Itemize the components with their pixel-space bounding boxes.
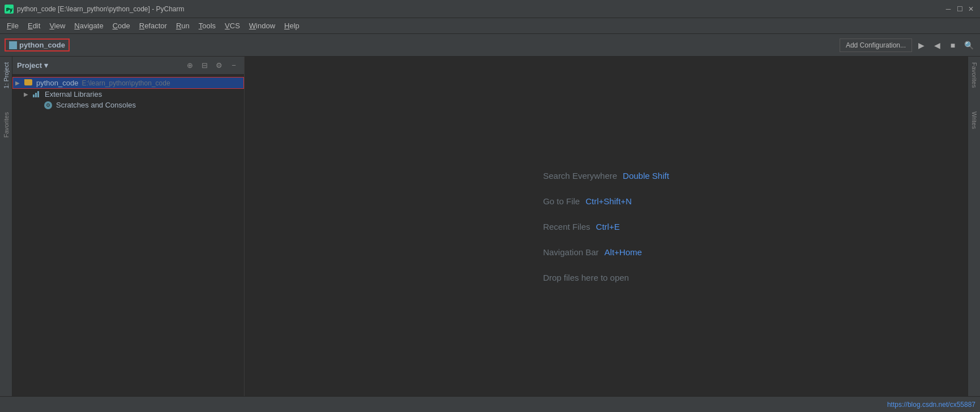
collapse-all-button[interactable]: ⊟ (199, 60, 210, 71)
sidebar-item-project[interactable]: 1: Project (2, 59, 11, 92)
hint-navigation-bar: Navigation Bar Alt+Home (543, 247, 642, 257)
hint-search-everywhere-shortcut: Double Shift (623, 171, 669, 181)
hint-recent-files-shortcut: Ctrl+E (596, 222, 620, 231)
tree-arrow-python-code: ▶ (15, 80, 24, 86)
run-button[interactable]: ▶ (914, 38, 928, 52)
project-panel-header: Project ▾ ⊕ ⊟ ⚙ − (12, 57, 244, 75)
menu-help[interactable]: Help (280, 19, 304, 32)
tree-arrow-ext-lib: ▶ (24, 91, 33, 97)
project-label-box[interactable]: python_code (5, 38, 70, 52)
title-bar: Py python_code [E:\learn_python\python_c… (0, 0, 980, 18)
bottom-bar: https://blog.csdn.net/cx55887 (0, 396, 980, 412)
hide-panel-button[interactable]: − (228, 60, 239, 71)
add-configuration-button[interactable]: Add Configuration... (840, 38, 912, 52)
tree-item-python-code[interactable]: ▶ python_code E:\learn_python\python_cod… (12, 77, 244, 89)
tree-item-scratches[interactable]: ▶ Scratches and Consoles (12, 100, 244, 110)
pycharm-icon: Py (5, 5, 14, 14)
hint-goto-file: Go to File Ctrl+Shift+N (543, 196, 632, 206)
hint-recent-files: Recent Files Ctrl+E (543, 222, 619, 231)
tree-label-python-code: python_code (36, 79, 78, 87)
editor-area[interactable]: Search Everywhere Double Shift Go to Fil… (245, 57, 968, 396)
menu-bar: File Edit View Navigate Code Refactor Ru… (0, 18, 980, 34)
svg-text:Py: Py (6, 7, 12, 12)
project-panel: Project ▾ ⊕ ⊟ ⚙ − ▶ python_code E:\learn… (12, 57, 245, 396)
hint-goto-file-shortcut: Ctrl+Shift+N (585, 196, 632, 206)
right-sidebar: Favorites Writes (968, 57, 980, 396)
hint-navigation-bar-label: Navigation Bar (543, 247, 598, 257)
left-sidebar: 1: Project Favorites (0, 57, 12, 396)
menu-code[interactable]: Code (108, 19, 135, 32)
scratches-icon (44, 101, 54, 109)
sidebar-right-favorites[interactable]: Favorites (970, 59, 979, 91)
tree-label-scratches: Scratches and Consoles (56, 101, 136, 109)
minimize-button[interactable]: ─ (944, 5, 953, 14)
hint-drop-files: Drop files here to open (543, 273, 629, 282)
sidebar-right-writes[interactable]: Writes (970, 108, 979, 132)
hint-drop-files-label: Drop files here to open (543, 273, 629, 282)
project-label-text: python_code (19, 41, 65, 49)
hint-goto-file-label: Go to File (543, 196, 580, 206)
menu-tools[interactable]: Tools (194, 19, 220, 32)
window-controls: ─ ☐ ✕ (944, 5, 975, 14)
debug-button[interactable]: ◀ (930, 38, 944, 52)
bottom-bar-url[interactable]: https://blog.csdn.net/cx55887 (887, 401, 975, 409)
tree-sublabel-python-code: E:\learn_python\python_code (82, 79, 170, 87)
menu-file[interactable]: File (2, 19, 23, 32)
menu-vcs[interactable]: VCS (220, 19, 245, 32)
ext-lib-icon (33, 91, 43, 98)
project-folder-icon (9, 41, 17, 49)
menu-view[interactable]: View (45, 19, 70, 32)
menu-run[interactable]: Run (172, 19, 194, 32)
project-panel-title: Project ▾ (17, 61, 181, 70)
toolbar: python_code Add Configuration... ▶ ◀ ■ 🔍 (0, 34, 980, 57)
tree-label-ext-lib: External Libraries (45, 90, 102, 98)
menu-window[interactable]: Window (245, 19, 280, 32)
search-everywhere-button[interactable]: 🔍 (962, 38, 975, 52)
hint-recent-files-label: Recent Files (543, 222, 590, 231)
tree-item-external-libraries[interactable]: ▶ External Libraries (12, 89, 244, 100)
menu-refactor[interactable]: Refactor (135, 19, 172, 32)
settings-button[interactable]: ⚙ (213, 60, 225, 71)
stop-button[interactable]: ■ (946, 38, 960, 52)
maximize-button[interactable]: ☐ (955, 5, 964, 14)
menu-navigate[interactable]: Navigate (70, 19, 108, 32)
main-layout: 1: Project Favorites Project ▾ ⊕ ⊟ ⚙ − ▶… (0, 57, 980, 396)
hint-area: Search Everywhere Double Shift Go to Fil… (543, 171, 669, 282)
menu-edit[interactable]: Edit (23, 19, 45, 32)
hint-navigation-bar-shortcut: Alt+Home (605, 247, 642, 257)
project-tree: ▶ python_code E:\learn_python\python_cod… (12, 75, 244, 396)
title-text: python_code [E:\learn_python\python_code… (17, 5, 944, 13)
new-file-button[interactable]: ⊕ (184, 60, 195, 71)
hint-search-everywhere: Search Everywhere Double Shift (543, 171, 669, 181)
folder-icon-python-code (24, 79, 35, 87)
sidebar-item-favorites[interactable]: Favorites (2, 109, 11, 141)
close-button[interactable]: ✕ (966, 5, 975, 14)
hint-search-everywhere-label: Search Everywhere (543, 171, 617, 181)
